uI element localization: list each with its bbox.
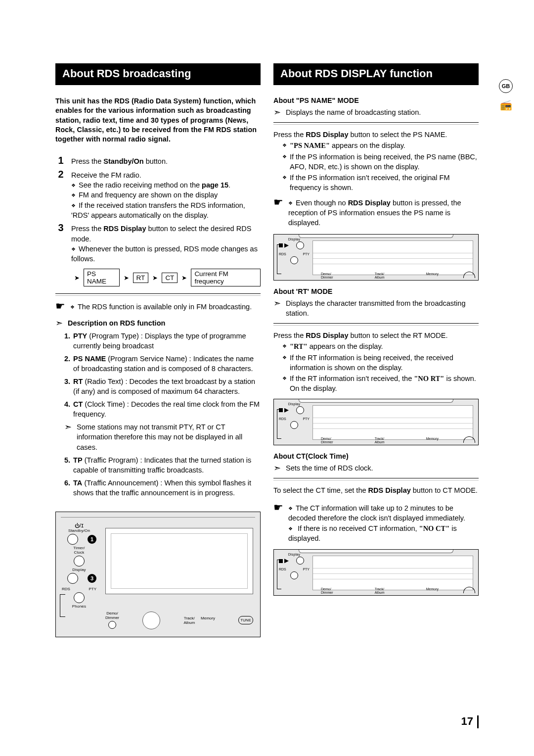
left-title: About RDS broadcasting <box>55 63 261 85</box>
step-1: 1 Press the Standby/On button. <box>55 155 261 166</box>
callout-1: 1 <box>88 535 96 544</box>
desc-head-row: ➣ Description on RDS function <box>55 318 261 328</box>
divider <box>273 323 479 326</box>
step-number: 1 <box>55 155 66 166</box>
left-column: About RDS broadcasting This unit has the… <box>55 63 261 637</box>
intro-text: This unit has the RDS (Radio Data System… <box>55 96 261 144</box>
display-button-icon <box>67 573 78 584</box>
region-badge: GB <box>499 79 513 93</box>
rds-pty-button-icon <box>74 592 85 603</box>
lcd-screen <box>105 528 253 594</box>
standby-button-icon <box>67 534 78 545</box>
ct-head: About CT(Clock Time) <box>273 452 479 460</box>
step-number: 2 <box>55 169 66 180</box>
step-number: 3 <box>55 222 66 234</box>
right-title: About RDS DISPLAY function <box>273 63 479 85</box>
page-number: 17 <box>461 715 479 728</box>
rt-head: About 'RT' MODE <box>273 287 479 295</box>
divider <box>273 478 479 480</box>
mini-panel-ct: Display RDSPTY Demo/ Dimmer Track/ Album… <box>273 549 479 596</box>
volume-knob-icon <box>142 612 160 629</box>
steps-list: 1 Press the Standby/On button. 2 Receive… <box>55 155 261 264</box>
arrow-icon: ➣ <box>64 423 72 431</box>
callout-3: 3 <box>88 574 96 583</box>
step-2: 2 Receive the FM radio. See the radio re… <box>55 169 261 220</box>
arrow-icon: ➣ <box>273 299 281 308</box>
hand-icon: ☛ <box>273 502 283 513</box>
hand-icon: ☛ <box>273 197 283 208</box>
step-3: 3 Press the RDS Display button to select… <box>55 222 261 264</box>
hand-icon: ☛ <box>55 301 65 312</box>
divider <box>55 293 261 296</box>
rds-description-list: 1.PTY (Program Type) : Displays the type… <box>55 331 261 498</box>
arrow-icon: ➣ <box>273 108 281 117</box>
mode-flow: PS NAME RT CT Current FM frequency <box>72 269 261 286</box>
right-column: About RDS DISPLAY function About "PS NAM… <box>273 63 479 637</box>
arrow-icon: ➣ <box>55 319 63 328</box>
tune-button-icon: TUNE <box>238 616 253 624</box>
divider <box>273 122 479 125</box>
region-sidebar: GB 📻 <box>497 79 514 111</box>
timer-button-icon <box>74 556 85 567</box>
arrow-icon: ➣ <box>273 464 281 472</box>
ps-name-head: About "PS NAME" MODE <box>273 96 479 104</box>
note-row: ☛ The RDS function is available only in … <box>55 302 261 312</box>
device-panel-illustration: ⏻/ⵊ Standby/On 1 Timer/ Clock Display 3 … <box>55 512 261 637</box>
mini-panel-rt: Display RDSPTY Demo/ Dimmer Track/ Album… <box>273 399 479 445</box>
mini-panel-ps: Display RDSPTY Demo/ Dimmer Track/ Album… <box>273 234 479 281</box>
radio-icon: 📻 <box>497 99 514 111</box>
